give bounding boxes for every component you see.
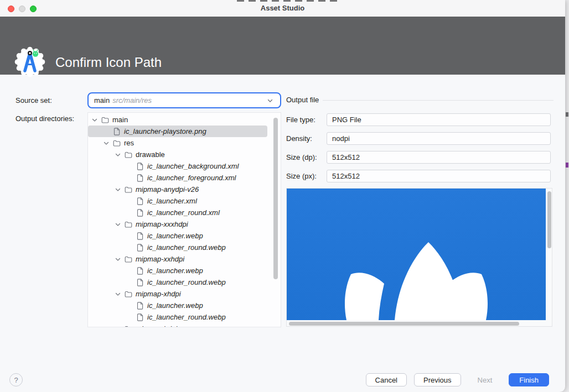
- tree-row[interactable]: mipmap-hdpi: [88, 323, 267, 327]
- tree-item-label: mipmap-anydpi-v26: [135, 185, 199, 194]
- file-icon: [136, 278, 144, 287]
- background-text-fragment: [566, 112, 568, 117]
- file-icon: [136, 208, 144, 217]
- tree-row[interactable]: ic_launcher_round.webp: [88, 242, 267, 253]
- chevron-down-icon[interactable]: [113, 220, 122, 229]
- tree-row[interactable]: ic_launcher_round.webp: [88, 276, 267, 288]
- chevron-down-icon[interactable]: [90, 116, 99, 124]
- tree-row[interactable]: ic_launcher_background.xml: [88, 160, 267, 172]
- tree-row[interactable]: ic_launcher.webp: [88, 265, 267, 276]
- output-file-fields: File type: PNG File Density: nodpi Size …: [286, 113, 551, 182]
- chevron-down-icon[interactable]: [113, 185, 122, 194]
- tree-row[interactable]: main: [88, 114, 267, 126]
- preview-horizontal-scrollbar[interactable]: [289, 322, 519, 326]
- screen: Asset Studio: [0, 0, 569, 392]
- folder-icon: [124, 325, 133, 328]
- clipped-background-text: [237, 0, 341, 2]
- output-file-field: Size (px): 512x512: [286, 170, 551, 182]
- preview-vertical-scrollbar[interactable]: [547, 191, 551, 248]
- file-icon: [136, 174, 144, 182]
- tree-item-label: ic_launcher.xml: [146, 197, 197, 205]
- tree-scrollbar[interactable]: [273, 118, 278, 279]
- folder-icon: [124, 150, 133, 159]
- tree-item-label: drawable: [135, 150, 165, 159]
- tree-row[interactable]: mipmap-xxhdpi: [88, 253, 267, 265]
- tree-row[interactable]: ic_launcher.webp: [88, 230, 267, 242]
- tree-row[interactable]: ic_launcher_foreground.xml: [88, 172, 267, 184]
- finish-button[interactable]: Finish: [509, 373, 549, 386]
- tree-item-label: ic_launcher.webp: [146, 232, 203, 240]
- field-value[interactable]: 512x512: [327, 170, 551, 182]
- help-button[interactable]: ?: [9, 373, 23, 386]
- tree-item-label: ic_launcher-playstore.png: [123, 127, 206, 135]
- tree-row[interactable]: ic_launcher.webp: [88, 300, 267, 311]
- chevron-down-icon: [266, 96, 275, 105]
- tree-item-label: ic_launcher.webp: [146, 301, 203, 310]
- file-icon: [136, 243, 144, 252]
- source-set-hint: src/main/res: [112, 96, 152, 104]
- chevron-down-icon[interactable]: [113, 150, 122, 159]
- tree-item-label: main: [111, 116, 128, 124]
- section-separator: [323, 100, 554, 101]
- tree-row[interactable]: mipmap-xxxhdpi: [88, 218, 267, 230]
- file-icon: [136, 266, 144, 275]
- tree-item-label: mipmap-hdpi: [135, 325, 177, 327]
- tree-item-label: ic_launcher_round.webp: [146, 243, 226, 252]
- field-value[interactable]: PNG File: [327, 113, 551, 126]
- cancel-button[interactable]: Cancel: [366, 373, 407, 386]
- android-studio-icon: [14, 46, 45, 77]
- tree-item-label: res: [123, 139, 134, 147]
- output-file-field: Density: nodpi: [286, 132, 551, 144]
- tree-row[interactable]: drawable: [88, 149, 267, 160]
- tree-row[interactable]: mipmap-xhdpi: [88, 288, 267, 300]
- background-window-strip: [565, 0, 569, 392]
- tree-row[interactable]: mipmap-anydpi-v26: [88, 184, 267, 195]
- tree-item-label: ic_launcher.webp: [146, 266, 203, 275]
- next-button[interactable]: Next: [468, 373, 502, 386]
- field-label: Size (px):: [286, 172, 327, 180]
- folder-icon: [124, 220, 133, 229]
- file-icon: [136, 162, 144, 171]
- chevron-down-icon[interactable]: [113, 290, 122, 299]
- source-set-label: Source set:: [15, 96, 52, 104]
- output-file-section-title: Output file: [286, 96, 319, 104]
- icon-preview-image: [287, 189, 546, 320]
- tree-row[interactable]: ic_launcher_round.webp: [88, 311, 267, 323]
- field-label: Density:: [286, 134, 327, 143]
- previous-button[interactable]: Previous: [414, 373, 461, 386]
- background-text-fragment: [566, 163, 568, 168]
- banner: Confirm Icon Path: [0, 17, 565, 75]
- tree-row[interactable]: ic_launcher_round.xml: [88, 207, 267, 218]
- folder-icon: [101, 116, 110, 124]
- file-icon: [136, 232, 144, 241]
- file-icon: [136, 313, 144, 322]
- tree-item-label: mipmap-xhdpi: [135, 290, 181, 298]
- source-set-value: main: [94, 96, 110, 104]
- tree-row[interactable]: ic_launcher.xml: [88, 195, 267, 207]
- tree-item-label: mipmap-xxhdpi: [135, 255, 184, 263]
- folder-icon: [124, 290, 133, 299]
- chevron-down-icon[interactable]: [113, 255, 122, 264]
- chevron-down-icon[interactable]: [102, 139, 111, 148]
- asset-studio-dialog: Asset Studio: [0, 0, 565, 392]
- tree-item-label: ic_launcher_background.xml: [146, 162, 239, 170]
- output-directories-tree[interactable]: main ic_launcher-playstore.png res: [87, 112, 281, 327]
- tree-item-label: ic_launcher_round.webp: [146, 313, 226, 321]
- field-value[interactable]: 512x512: [327, 151, 551, 164]
- output-file-field: Size (dp): 512x512: [286, 151, 551, 163]
- field-value[interactable]: nodpi: [327, 132, 551, 145]
- tree-row[interactable]: res: [88, 137, 267, 149]
- tree-row[interactable]: ic_launcher-playstore.png: [88, 126, 267, 137]
- dialog-buttons: CancelPreviousNextFinish: [366, 373, 549, 386]
- output-file-field: File type: PNG File: [286, 113, 551, 126]
- field-label: Size (dp):: [286, 153, 327, 161]
- output-directories-label: Output directories:: [15, 114, 74, 123]
- tree-item-label: mipmap-xxxhdpi: [135, 220, 188, 228]
- window-titlebar: Asset Studio: [0, 0, 565, 17]
- chevron-down-icon[interactable]: [113, 325, 122, 328]
- tree-item-label: ic_launcher_round.webp: [146, 278, 226, 286]
- preview-panel: [286, 188, 552, 327]
- folder-icon: [112, 139, 121, 148]
- tree-item-label: ic_launcher_round.xml: [146, 208, 220, 217]
- source-set-combobox[interactable]: main src/main/res: [87, 92, 281, 108]
